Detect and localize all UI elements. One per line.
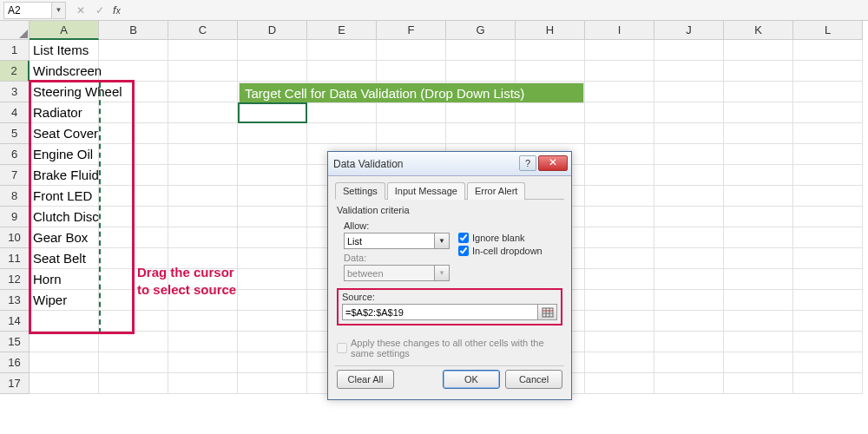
cell[interactable] xyxy=(585,248,654,269)
cell[interactable]: Engine Oil xyxy=(30,144,99,165)
cell[interactable] xyxy=(793,82,863,102)
dialog-close-button[interactable]: ✕ xyxy=(538,155,568,171)
cell[interactable] xyxy=(168,82,238,102)
cell[interactable] xyxy=(654,207,724,227)
cell[interactable] xyxy=(307,61,377,82)
fx-icon[interactable]: fx xyxy=(113,3,121,16)
cell[interactable] xyxy=(238,61,307,82)
cell[interactable]: Wiper xyxy=(30,290,99,311)
row-header[interactable]: 15 xyxy=(0,332,30,352)
cell[interactable] xyxy=(585,269,654,290)
cell[interactable] xyxy=(585,311,654,332)
cell[interactable]: List Items xyxy=(30,40,99,61)
cell[interactable] xyxy=(585,123,654,144)
dialog-help-button[interactable]: ? xyxy=(519,155,536,171)
row-header[interactable]: 1 xyxy=(0,40,30,61)
cell[interactable] xyxy=(724,61,793,82)
chevron-down-icon[interactable]: ▼ xyxy=(435,233,450,249)
cell[interactable] xyxy=(99,123,168,144)
range-picker-button[interactable] xyxy=(538,304,557,320)
cell[interactable] xyxy=(30,332,99,352)
row-header[interactable]: 8 xyxy=(0,186,30,207)
cell[interactable] xyxy=(307,123,377,144)
row-header[interactable]: 13 xyxy=(0,290,30,311)
cell[interactable] xyxy=(585,82,654,102)
cell[interactable] xyxy=(724,186,793,207)
cell[interactable] xyxy=(654,144,724,165)
cell[interactable] xyxy=(238,352,307,373)
name-box[interactable] xyxy=(3,2,52,19)
allow-input[interactable] xyxy=(344,233,435,249)
cell[interactable] xyxy=(724,290,793,311)
cell[interactable] xyxy=(793,227,863,248)
cell[interactable] xyxy=(585,207,654,227)
cell[interactable] xyxy=(307,102,377,123)
cell[interactable] xyxy=(724,144,793,165)
cell[interactable] xyxy=(793,40,863,61)
column-header[interactable]: A xyxy=(30,21,99,40)
cell[interactable] xyxy=(585,352,654,373)
cell[interactable] xyxy=(377,102,446,123)
cell[interactable] xyxy=(516,123,585,144)
row-header[interactable]: 14 xyxy=(0,311,30,332)
cell[interactable] xyxy=(654,373,724,394)
cell[interactable] xyxy=(238,311,307,332)
cell[interactable] xyxy=(377,123,446,144)
cell[interactable] xyxy=(585,40,654,61)
cell[interactable] xyxy=(724,227,793,248)
cell[interactable] xyxy=(238,207,307,227)
cell[interactable] xyxy=(793,186,863,207)
cell[interactable] xyxy=(168,373,238,394)
row-header[interactable]: 12 xyxy=(0,269,30,290)
row-header[interactable]: 17 xyxy=(0,373,30,394)
column-header[interactable]: D xyxy=(238,21,307,40)
cell[interactable] xyxy=(585,144,654,165)
cell[interactable] xyxy=(654,102,724,123)
row-header[interactable]: 16 xyxy=(0,352,30,373)
allow-combo[interactable]: ▼ xyxy=(344,233,450,249)
column-header[interactable]: E xyxy=(307,21,377,40)
cell[interactable] xyxy=(585,61,654,82)
cell[interactable] xyxy=(168,123,238,144)
column-header[interactable]: L xyxy=(793,21,863,40)
cell[interactable] xyxy=(585,290,654,311)
tab-settings[interactable]: Settings xyxy=(335,182,385,200)
cell[interactable] xyxy=(654,311,724,332)
cell[interactable]: Horn xyxy=(30,269,99,290)
cell[interactable] xyxy=(654,165,724,186)
cell[interactable] xyxy=(238,165,307,186)
cell[interactable] xyxy=(307,40,377,61)
cell[interactable]: Brake Fluid xyxy=(30,165,99,186)
cell[interactable] xyxy=(585,227,654,248)
column-header[interactable]: J xyxy=(654,21,724,40)
cell[interactable] xyxy=(793,123,863,144)
cell[interactable] xyxy=(793,269,863,290)
source-input[interactable] xyxy=(342,304,538,320)
cell[interactable] xyxy=(654,290,724,311)
cell[interactable] xyxy=(654,82,724,102)
cell[interactable] xyxy=(168,207,238,227)
tab-input-message[interactable]: Input Message xyxy=(387,182,465,200)
cell[interactable] xyxy=(585,102,654,123)
cell[interactable] xyxy=(168,186,238,207)
cell[interactable] xyxy=(654,248,724,269)
cell[interactable] xyxy=(238,123,307,144)
cell[interactable] xyxy=(168,40,238,61)
cell[interactable] xyxy=(793,165,863,186)
cell[interactable] xyxy=(238,186,307,207)
ok-button[interactable]: OK xyxy=(443,370,500,389)
row-header[interactable]: 5 xyxy=(0,123,30,144)
cell[interactable] xyxy=(793,248,863,269)
cell[interactable] xyxy=(99,311,168,332)
cell[interactable] xyxy=(99,186,168,207)
cell[interactable] xyxy=(168,165,238,186)
name-box-dropdown[interactable]: ▼ xyxy=(52,2,66,19)
cell[interactable] xyxy=(168,144,238,165)
cell[interactable] xyxy=(99,352,168,373)
cell[interactable] xyxy=(238,332,307,352)
column-header[interactable]: B xyxy=(99,21,168,40)
cell[interactable] xyxy=(168,227,238,248)
cancel-button[interactable]: Cancel xyxy=(505,370,562,389)
cell[interactable] xyxy=(446,61,516,82)
cell[interactable] xyxy=(654,332,724,352)
